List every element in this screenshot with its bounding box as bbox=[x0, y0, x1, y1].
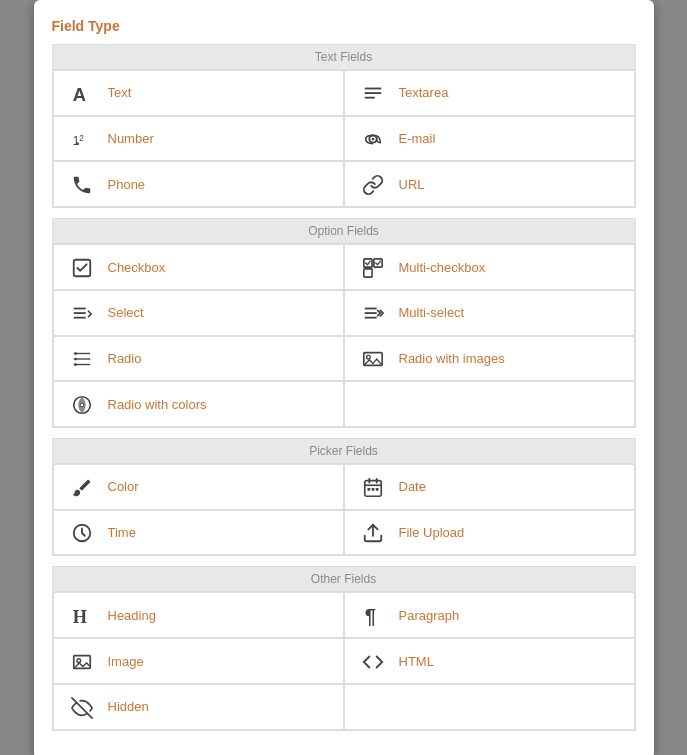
field-file-upload-label: File Upload bbox=[399, 525, 465, 540]
svg-text:¶: ¶ bbox=[364, 606, 375, 628]
textarea-icon bbox=[359, 81, 387, 105]
field-radio-images-label: Radio with images bbox=[399, 351, 505, 366]
field-number[interactable]: 1 2 Number bbox=[53, 116, 344, 162]
svg-text:H: H bbox=[72, 608, 86, 628]
field-image[interactable]: Image bbox=[53, 638, 344, 684]
field-type-card: Field Type Text Fields A Text Textarea bbox=[34, 0, 654, 755]
field-number-label: Number bbox=[108, 131, 154, 146]
svg-point-26 bbox=[366, 356, 370, 360]
picker-fields-header: Picker Fields bbox=[52, 438, 636, 464]
field-radio-label: Radio bbox=[108, 351, 142, 366]
picker-fields-grid: Color Date bbox=[52, 464, 636, 556]
svg-text:A: A bbox=[72, 84, 85, 105]
field-textarea-label: Textarea bbox=[399, 85, 449, 100]
svg-point-6 bbox=[76, 143, 79, 146]
field-radio-images[interactable]: Radio with images bbox=[344, 336, 635, 382]
time-icon bbox=[68, 521, 96, 545]
option-fields-section: Option Fields Checkbox bbox=[52, 218, 636, 428]
select-icon bbox=[68, 301, 96, 325]
url-icon bbox=[359, 172, 387, 196]
radio-images-icon bbox=[359, 347, 387, 371]
hidden-icon bbox=[68, 695, 96, 719]
field-hidden-label: Hidden bbox=[108, 699, 149, 714]
html-icon bbox=[359, 649, 387, 673]
field-multi-select[interactable]: Multi-select bbox=[344, 290, 635, 336]
field-url[interactable]: URL bbox=[344, 161, 635, 207]
field-multi-select-label: Multi-select bbox=[399, 305, 465, 320]
field-hidden[interactable]: Hidden bbox=[53, 684, 344, 730]
field-date[interactable]: Date bbox=[344, 464, 635, 510]
field-select[interactable]: Select bbox=[53, 290, 344, 336]
field-radio[interactable]: Radio bbox=[53, 336, 344, 382]
field-html-label: HTML bbox=[399, 654, 434, 669]
field-checkbox-label: Checkbox bbox=[108, 260, 166, 275]
email-icon bbox=[359, 127, 387, 151]
field-textarea[interactable]: Textarea bbox=[344, 70, 635, 116]
field-time-label: Time bbox=[108, 525, 136, 540]
option-fields-header: Option Fields bbox=[52, 218, 636, 244]
multi-checkbox-icon bbox=[359, 255, 387, 279]
date-icon bbox=[359, 475, 387, 499]
field-paragraph-label: Paragraph bbox=[399, 608, 460, 623]
number-icon: 1 2 bbox=[68, 127, 96, 151]
field-text[interactable]: A Text bbox=[53, 70, 344, 116]
field-multi-checkbox-label: Multi-checkbox bbox=[399, 260, 486, 275]
svg-text:2: 2 bbox=[79, 134, 84, 143]
field-file-upload[interactable]: File Upload bbox=[344, 510, 635, 556]
color-picker-icon bbox=[68, 475, 96, 499]
field-heading[interactable]: H Heading bbox=[53, 592, 344, 638]
svg-rect-12 bbox=[363, 269, 371, 277]
checkbox-icon bbox=[68, 255, 96, 279]
multi-select-icon bbox=[359, 301, 387, 325]
field-checkbox[interactable]: Checkbox bbox=[53, 244, 344, 290]
radio-colors-icon bbox=[68, 392, 96, 416]
field-email[interactable]: E-mail bbox=[344, 116, 635, 162]
svg-rect-35 bbox=[375, 488, 378, 491]
field-heading-label: Heading bbox=[108, 608, 156, 623]
svg-point-41 bbox=[76, 659, 80, 663]
text-fields-section: Text Fields A Text Textarea bbox=[52, 44, 636, 208]
field-color[interactable]: Color bbox=[53, 464, 344, 510]
text-fields-grid: A Text Textarea 1 2 bbox=[52, 70, 636, 208]
option-fields-grid: Checkbox Multi-checkbox bbox=[52, 244, 636, 428]
paragraph-icon: ¶ bbox=[359, 603, 387, 627]
svg-point-8 bbox=[371, 138, 374, 141]
field-multi-checkbox[interactable]: Multi-checkbox bbox=[344, 244, 635, 290]
heading-icon: H bbox=[68, 603, 96, 627]
other-fields-section: Other Fields H Heading ¶ Paragraph bbox=[52, 566, 636, 730]
phone-icon bbox=[68, 172, 96, 196]
svg-point-24 bbox=[74, 363, 77, 366]
field-html[interactable]: HTML bbox=[344, 638, 635, 684]
svg-point-22 bbox=[74, 352, 77, 355]
other-fields-grid: H Heading ¶ Paragraph bbox=[52, 592, 636, 730]
picker-fields-section: Picker Fields Color bbox=[52, 438, 636, 556]
field-url-label: URL bbox=[399, 177, 425, 192]
field-radio-colors-label: Radio with colors bbox=[108, 397, 207, 412]
svg-rect-34 bbox=[371, 488, 374, 491]
text-fields-header: Text Fields bbox=[52, 44, 636, 70]
field-image-label: Image bbox=[108, 654, 144, 669]
field-color-label: Color bbox=[108, 479, 139, 494]
svg-rect-33 bbox=[367, 488, 370, 491]
field-text-label: Text bbox=[108, 85, 132, 100]
radio-icon bbox=[68, 347, 96, 371]
image-icon bbox=[68, 649, 96, 673]
field-phone-label: Phone bbox=[108, 177, 146, 192]
svg-point-28 bbox=[80, 403, 84, 407]
field-select-label: Select bbox=[108, 305, 144, 320]
field-date-label: Date bbox=[399, 479, 426, 494]
file-upload-icon bbox=[359, 521, 387, 545]
field-time[interactable]: Time bbox=[53, 510, 344, 556]
text-icon: A bbox=[68, 81, 96, 105]
field-radio-colors[interactable]: Radio with colors bbox=[53, 381, 344, 427]
field-phone[interactable]: Phone bbox=[53, 161, 344, 207]
card-title: Field Type bbox=[52, 18, 636, 34]
field-email-label: E-mail bbox=[399, 131, 436, 146]
svg-point-23 bbox=[74, 358, 77, 361]
field-paragraph[interactable]: ¶ Paragraph bbox=[344, 592, 635, 638]
other-fields-header: Other Fields bbox=[52, 566, 636, 592]
